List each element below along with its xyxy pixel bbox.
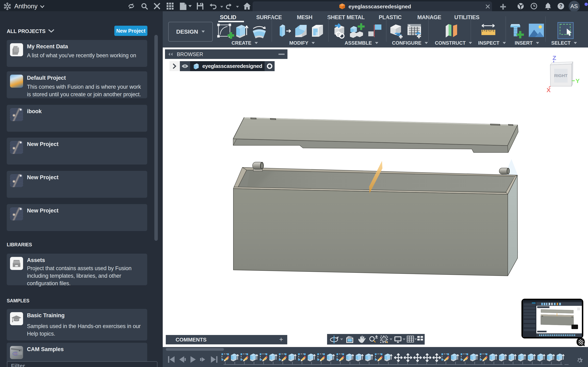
svg-text:?: ? [559,3,562,9]
svg-text:RIGHT: RIGHT [554,73,568,78]
svg-text:Y: Y [576,77,580,84]
svg-text:X: X [546,87,551,93]
svg-text:Z: Z [553,54,556,61]
